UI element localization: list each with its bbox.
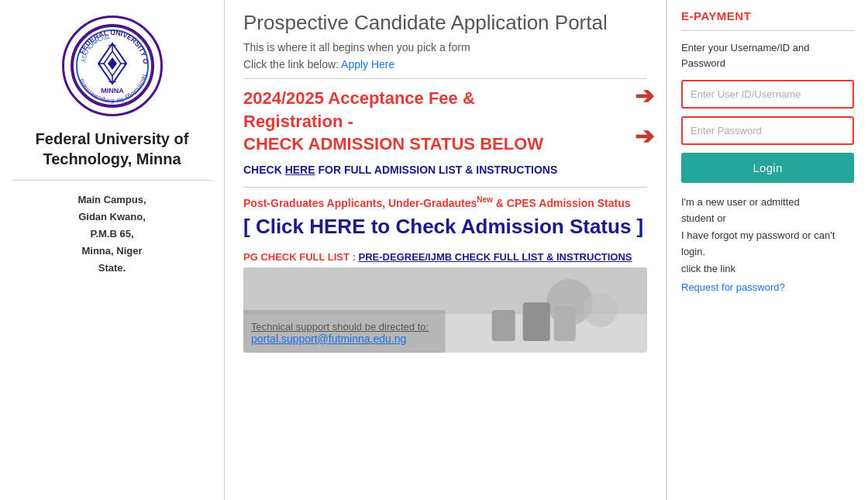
divider1 — [243, 78, 647, 79]
divider2 — [243, 187, 647, 188]
forgot-text: I'm a new user or admitted student or I … — [681, 194, 854, 277]
inputs-area: ➔ ➔ — [681, 80, 854, 153]
address: Main Campus, Gidan Kwano, P.M.B 65, Minn… — [78, 191, 146, 277]
sidebar-divider — [12, 180, 212, 181]
support-text: Technical support should be directed to: — [251, 321, 429, 333]
request-password-link[interactable]: Request for password? — [681, 281, 854, 293]
svg-rect-20 — [554, 306, 576, 341]
here-link[interactable]: HERE — [285, 164, 315, 176]
login-button[interactable]: Login — [681, 153, 854, 183]
svg-text:MINNA: MINNA — [101, 87, 124, 95]
right-divider — [681, 30, 854, 31]
right-panel: E-PAYMENT Enter your Username/ID and Pas… — [666, 0, 868, 500]
sidebar: FEDERAL UNIVERSITY OF Technology for Emp… — [0, 0, 225, 500]
pg-row: Post-Graduates Applicants, Under-Gradaut… — [243, 195, 647, 209]
svg-point-17 — [584, 292, 618, 326]
support-email-link[interactable]: portal.support@futminna.edu.ng — [251, 333, 406, 345]
admission-check-link[interactable]: [ Click HERE to Check Admission Status ] — [243, 214, 647, 240]
pre-degree-link[interactable]: PRE-DEGREE/IJMB CHECK FULL LIST & INSTRU… — [359, 251, 632, 263]
password-input[interactable] — [681, 116, 854, 145]
svg-rect-18 — [492, 310, 515, 341]
apply-link-row: Click the link below: Apply Here — [243, 58, 647, 71]
apply-here-link[interactable]: Apply Here — [341, 58, 394, 71]
username-input[interactable] — [681, 80, 854, 109]
portal-title: Prospective Candidate Application Portal — [243, 11, 647, 35]
university-name: Federal University of Technology, Minna — [12, 129, 212, 169]
acceptance-heading: 2024/2025 Acceptance Fee & Registration … — [243, 87, 647, 156]
list-row: PG CHECK FULL LIST : PRE-DEGREE/IJMB CHE… — [243, 251, 647, 263]
university-logo: FEDERAL UNIVERSITY OF Technology for Emp… — [62, 16, 163, 116]
svg-rect-19 — [523, 302, 550, 340]
portal-subtitle: This is where it all begins when you pic… — [243, 41, 647, 53]
epayment-title: E-PAYMENT — [681, 9, 854, 22]
main-content: Prospective Candidate Application Portal… — [225, 0, 666, 500]
check-link-row: CHECK HERE FOR FULL ADMISSION LIST & INS… — [243, 164, 647, 176]
decorative-image: Technical support should be directed to:… — [243, 267, 647, 353]
login-instruction: Enter your Username/ID and Password — [681, 40, 854, 71]
